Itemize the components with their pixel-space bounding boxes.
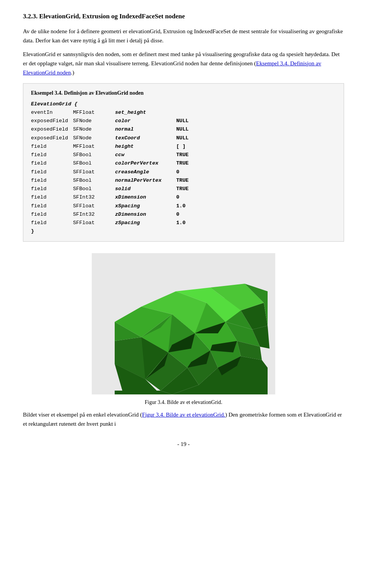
value-1: NULL	[176, 117, 188, 125]
name-2: normal	[115, 125, 176, 134]
name-7: creaseAngle	[115, 168, 176, 176]
type-11: SFFloat	[73, 202, 115, 210]
code-row-7: field SFFloat creaseAngle 0	[31, 168, 336, 176]
figure-container: Figur 3.4. Bilde av et elevationGrid.	[23, 253, 344, 406]
type-6: SFBool	[73, 159, 115, 168]
name-1: color	[115, 117, 176, 125]
type-12: SFInt32	[73, 210, 115, 219]
keyword-1: exposedField	[31, 117, 73, 125]
type-4: MFFloat	[73, 142, 115, 151]
paragraph-2: ElevationGrid er sannsynligvis den noden…	[23, 50, 344, 77]
type-5: SFBool	[73, 151, 115, 159]
figure-link[interactable]: Figur 3.4. Bilde av et elevationGrid.	[142, 412, 225, 418]
name-10: xDimension	[115, 193, 176, 202]
keyword-12: field	[31, 210, 73, 219]
code-row-9: field SFBool solid TRUE	[31, 185, 336, 193]
name-9: solid	[115, 185, 176, 193]
keyword-13: field	[31, 219, 73, 227]
name-0: set_height	[115, 108, 176, 117]
type-13: SFFloat	[73, 219, 115, 227]
keyword-4: field	[31, 142, 73, 151]
para3-text: Bildet viser et eksempel på en enkel ele…	[23, 412, 142, 418]
code-row-6: field SFBool colorPerVertex TRUE	[31, 159, 336, 168]
code-row-13: field SFFloat zSpacing 1.0	[31, 219, 336, 227]
type-7: SFFloat	[73, 168, 115, 176]
type-10: SFInt32	[73, 193, 115, 202]
type-3: SFNode	[73, 134, 115, 142]
type-1: SFNode	[73, 117, 115, 125]
code-node-open: ElevationGrid {	[31, 100, 336, 108]
value-2: NULL	[176, 125, 188, 134]
name-4: height	[115, 142, 176, 151]
keyword-5: field	[31, 151, 73, 159]
code-row-10: field SFInt32 xDimension 0	[31, 193, 336, 202]
name-5: ccw	[115, 151, 176, 159]
type-2: SFNode	[73, 125, 115, 134]
terrain-image	[92, 253, 275, 394]
value-3: NULL	[176, 134, 188, 142]
keyword-0: eventIn	[31, 108, 73, 117]
name-12: zDimension	[115, 210, 176, 219]
keyword-11: field	[31, 202, 73, 210]
keyword-7: field	[31, 168, 73, 176]
paragraph-1: Av de ulike nodene for å definere geomet…	[23, 27, 344, 45]
value-6: TRUE	[176, 159, 188, 168]
code-row-3: exposedField SFNode texCoord NULL	[31, 134, 336, 142]
figure-caption: Figur 3.4. Bilde av et elevationGrid.	[23, 398, 344, 406]
name-8: normalPerVertex	[115, 176, 176, 185]
keyword-6: field	[31, 159, 73, 168]
name-13: zSpacing	[115, 219, 176, 227]
type-0: MFFloat	[73, 108, 115, 117]
page-footer: - 19 -	[23, 440, 344, 449]
code-row-0: eventIn MFFloat set_height	[31, 108, 336, 117]
paragraph-3: Bildet viser et eksempel på en enkel ele…	[23, 410, 344, 428]
value-9: TRUE	[176, 185, 188, 193]
code-row-5: field SFBool ccw TRUE	[31, 151, 336, 159]
code-row-1: exposedField SFNode color NULL	[31, 117, 336, 125]
example-title: Eksempel 3.4. Definisjon av ElevationGri…	[31, 89, 336, 97]
name-6: colorPerVertex	[115, 159, 176, 168]
keyword-10: field	[31, 193, 73, 202]
keyword-8: field	[31, 176, 73, 185]
para2-end: .)	[71, 69, 74, 76]
type-8: SFBool	[73, 176, 115, 185]
name-3: texCoord	[115, 134, 176, 142]
value-8: TRUE	[176, 176, 188, 185]
name-11: xSpacing	[115, 202, 176, 210]
code-row-4: field MFFloat height [ ]	[31, 142, 336, 151]
code-row-11: field SFFloat xSpacing 1.0	[31, 202, 336, 210]
value-13: 1.0	[176, 219, 185, 227]
example-box: Eksempel 3.4. Definisjon av ElevationGri…	[23, 83, 344, 242]
keyword-2: exposedField	[31, 125, 73, 134]
keyword-3: exposedField	[31, 134, 73, 142]
code-closing-brace: }	[31, 227, 336, 236]
code-row-8: field SFBool normalPerVertex TRUE	[31, 176, 336, 185]
code-row-2: exposedField SFNode normal NULL	[31, 125, 336, 134]
value-4: [ ]	[176, 142, 185, 151]
value-7: 0	[176, 168, 179, 176]
node-name: ElevationGrid {	[31, 100, 78, 108]
code-row-12: field SFInt32 zDimension 0	[31, 210, 336, 219]
type-9: SFBool	[73, 185, 115, 193]
value-12: 0	[176, 210, 179, 219]
value-11: 1.0	[176, 202, 185, 210]
value-5: TRUE	[176, 151, 188, 159]
value-10: 0	[176, 193, 179, 202]
section-title: 3.2.3. ElevationGrid, Extrusion og Index…	[23, 11, 344, 21]
keyword-9: field	[31, 185, 73, 193]
